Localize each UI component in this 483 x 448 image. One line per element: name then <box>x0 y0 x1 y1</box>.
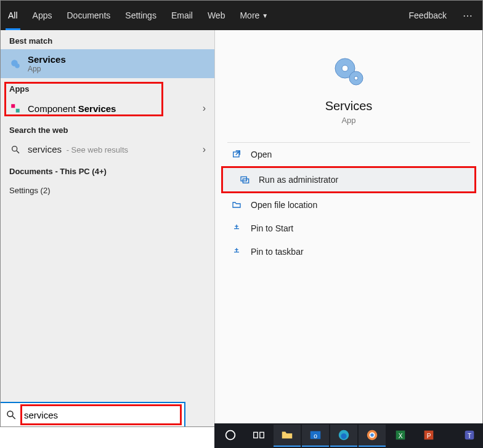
svg-rect-17 <box>260 432 264 438</box>
chevron-down-icon: ▼ <box>262 12 268 19</box>
taskbar-edge[interactable] <box>330 425 357 447</box>
search-icon <box>9 143 22 156</box>
svg-text:X: X <box>399 433 403 439</box>
group-best-match: Best match <box>1 30 214 49</box>
taskbar-teams[interactable]: T <box>458 425 481 447</box>
open-icon <box>231 149 242 160</box>
search-icon <box>1 403 22 426</box>
svg-text:P: P <box>427 433 431 439</box>
highlight-run-admin: Run as administrator <box>221 166 476 193</box>
result-component-services[interactable]: Component Services › <box>1 97 214 119</box>
svg-point-24 <box>370 433 374 437</box>
svg-point-15 <box>226 431 235 440</box>
svg-line-5 <box>17 151 19 153</box>
svg-point-9 <box>342 65 348 71</box>
svg-point-21 <box>341 433 346 439</box>
taskbar-chrome[interactable] <box>359 425 386 447</box>
component-services-icon <box>9 102 22 114</box>
tab-email[interactable]: Email <box>164 1 200 30</box>
action-open-location[interactable]: Open file location <box>215 193 482 217</box>
svg-line-7 <box>12 416 15 419</box>
taskbar: o X P T <box>214 423 483 448</box>
action-open[interactable]: Open <box>215 143 482 166</box>
action-run-admin[interactable]: Run as administrator <box>223 168 474 191</box>
tab-web[interactable]: Web <box>200 1 233 30</box>
group-settings[interactable]: Settings (2) <box>1 180 214 199</box>
tab-documents[interactable]: Documents <box>59 1 118 30</box>
result-web-services[interactable]: services - See web results › <box>1 138 214 161</box>
svg-point-6 <box>7 411 13 417</box>
folder-icon <box>231 199 242 210</box>
pin-icon <box>231 223 242 234</box>
taskbar-powerpoint[interactable]: P <box>415 425 442 447</box>
services-icon <box>329 52 368 92</box>
shield-icon <box>239 174 250 185</box>
pin-icon <box>231 246 242 257</box>
tab-all[interactable]: All <box>1 1 25 30</box>
action-pin-start[interactable]: Pin to Start <box>215 217 482 240</box>
filter-tabs: All Apps Documents Settings Email Web Mo… <box>1 1 482 30</box>
search-box[interactable] <box>1 402 185 426</box>
preview-title: Services <box>215 99 482 113</box>
tab-settings[interactable]: Settings <box>118 1 164 30</box>
action-pin-taskbar[interactable]: Pin to taskbar <box>215 240 482 263</box>
svg-text:o: o <box>314 433 317 439</box>
svg-point-1 <box>15 63 20 68</box>
tab-more[interactable]: More▼ <box>232 1 275 30</box>
svg-text:T: T <box>468 433 471 439</box>
group-apps: Apps <box>1 78 214 97</box>
group-web: Search the web <box>1 119 214 138</box>
svg-point-11 <box>354 76 358 80</box>
chevron-right-icon: › <box>203 144 206 155</box>
taskbar-excel[interactable]: X <box>387 425 414 447</box>
preview-pane: Services App Open Run as administrator O… <box>215 30 482 426</box>
feedback-link[interactable]: Feedback <box>402 1 454 30</box>
options-button[interactable]: ⋯ <box>454 1 482 30</box>
taskbar-outlook[interactable]: o <box>302 425 329 447</box>
cortana-button[interactable] <box>217 425 244 447</box>
task-view-button[interactable] <box>245 425 272 447</box>
tab-apps[interactable]: Apps <box>25 1 60 30</box>
result-services-app[interactable]: Services App <box>1 49 214 78</box>
results-list: Best match Services App Apps Component S… <box>1 30 215 426</box>
search-input[interactable] <box>22 403 184 426</box>
group-documents[interactable]: Documents - This PC (4+) <box>1 161 214 180</box>
svg-rect-16 <box>254 432 258 438</box>
chevron-right-icon: › <box>203 103 206 114</box>
services-icon <box>9 58 22 70</box>
taskbar-file-explorer[interactable] <box>274 425 301 447</box>
svg-point-4 <box>12 146 17 151</box>
preview-subtitle: App <box>215 116 482 125</box>
svg-rect-2 <box>11 104 15 108</box>
svg-rect-3 <box>16 109 20 113</box>
